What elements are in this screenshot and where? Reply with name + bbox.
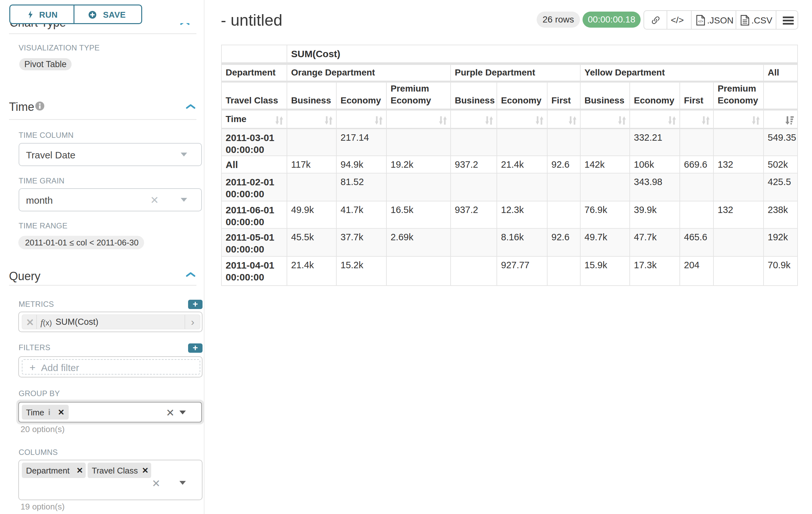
svg-text:</>: </> xyxy=(698,19,703,23)
